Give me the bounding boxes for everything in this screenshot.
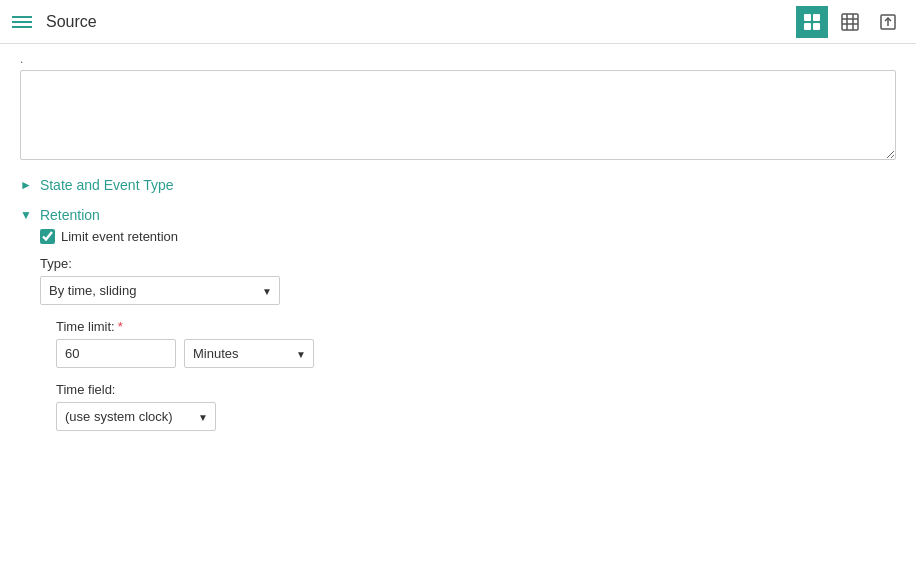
time-field-label: Time field:: [56, 382, 896, 397]
type-field-group: Type: By time, sliding By time, tumbling…: [40, 256, 896, 305]
retention-body: Limit event retention Type: By time, sli…: [20, 229, 896, 431]
retention-title: Retention: [40, 207, 100, 223]
time-field-group: Time field: (use system clock) Custom fi…: [40, 382, 896, 431]
card-view-button[interactable]: [796, 6, 828, 38]
table-view-button[interactable]: [834, 6, 866, 38]
time-unit-select-wrapper: Minutes Seconds Hours Days ▼: [184, 339, 314, 368]
required-star: *: [118, 319, 123, 334]
svg-rect-0: [804, 14, 811, 21]
type-select[interactable]: By time, sliding By time, tumbling By si…: [40, 276, 280, 305]
svg-rect-2: [804, 23, 811, 30]
time-unit-select[interactable]: Minutes Seconds Hours Days: [184, 339, 314, 368]
state-event-section-header[interactable]: ► State and Event Type: [20, 177, 896, 193]
header-icons: [796, 6, 904, 38]
time-row: Minutes Seconds Hours Days ▼: [56, 339, 896, 368]
page-title: Source: [46, 13, 796, 31]
time-limit-input[interactable]: [56, 339, 176, 368]
code-textarea[interactable]: [20, 70, 896, 160]
retention-section-header[interactable]: ▼ Retention: [20, 207, 896, 223]
limit-retention-checkbox[interactable]: [40, 229, 55, 244]
textarea-section: .: [20, 44, 896, 163]
svg-rect-3: [813, 23, 820, 30]
svg-rect-1: [813, 14, 820, 21]
time-field-select[interactable]: (use system clock) Custom field: [56, 402, 216, 431]
state-event-arrow-icon: ►: [20, 178, 32, 192]
state-event-title: State and Event Type: [40, 177, 174, 193]
header: Source: [0, 0, 916, 44]
limit-retention-label[interactable]: Limit event retention: [61, 229, 178, 244]
type-select-wrapper: By time, sliding By time, tumbling By si…: [40, 276, 280, 305]
time-field-select-wrapper: (use system clock) Custom field ▼: [56, 402, 216, 431]
menu-icon[interactable]: [12, 16, 32, 28]
time-limit-label: Time limit:*: [56, 319, 896, 334]
time-limit-field-group: Time limit:* Minutes Seconds Hours Days …: [40, 319, 896, 368]
limit-retention-row: Limit event retention: [40, 229, 896, 244]
svg-rect-4: [842, 14, 858, 30]
export-button[interactable]: [872, 6, 904, 38]
dot-label: .: [20, 52, 896, 66]
retention-arrow-icon: ▼: [20, 208, 32, 222]
type-label: Type:: [40, 256, 896, 271]
main-content: . ► State and Event Type ▼ Retention Lim…: [0, 44, 916, 584]
